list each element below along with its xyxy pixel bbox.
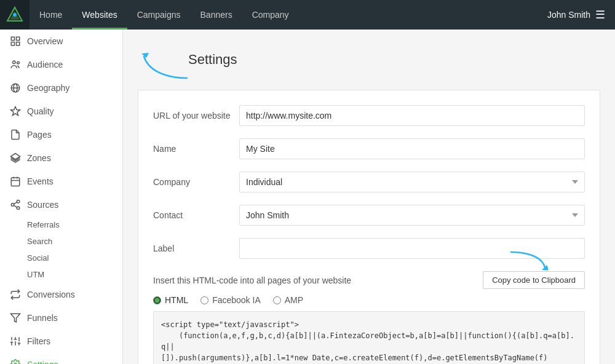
nav-company[interactable]: Company: [242, 0, 299, 30]
svg-rect-4: [17, 37, 20, 40]
sidebar-sub-social[interactable]: Social: [0, 250, 122, 266]
copy-arrow-decoration: [505, 249, 548, 272]
svg-point-19: [11, 204, 14, 207]
gear-icon: [10, 359, 21, 364]
svg-point-20: [17, 207, 20, 210]
sidebar-item-conversions[interactable]: Conversions: [0, 283, 122, 306]
sidebar-item-geography[interactable]: Geography: [0, 76, 122, 100]
url-label: URL of your website: [153, 111, 239, 121]
label-label: Label: [153, 243, 239, 253]
main-content: Settings URL of your website Name Compan…: [123, 30, 615, 364]
svg-point-8: [17, 61, 20, 64]
svg-point-18: [17, 200, 20, 204]
sidebar-item-settings[interactable]: Settings: [0, 353, 122, 364]
company-select[interactable]: Individual Company A: [239, 172, 585, 192]
sidebar-item-overview[interactable]: Overview: [0, 30, 122, 53]
company-row: Company Individual Company A: [153, 172, 585, 192]
back-arrow-decoration: [138, 50, 193, 81]
company-label: Company: [153, 177, 239, 187]
svg-rect-6: [17, 42, 20, 46]
company-control: Individual Company A: [239, 172, 585, 192]
sidebar-sub-search[interactable]: Search: [0, 233, 122, 250]
nav-campaigns[interactable]: Campaigns: [127, 0, 191, 30]
svg-rect-3: [11, 37, 14, 40]
html-code-section: Insert this HTML-code into all pages of …: [153, 271, 585, 364]
name-control: [239, 138, 585, 159]
people-icon: [10, 59, 21, 70]
grid-icon: [10, 36, 21, 47]
sidebar-item-audience[interactable]: Audience: [0, 53, 122, 76]
contact-select[interactable]: John Smith Jane Doe: [239, 205, 585, 226]
username: John Smith: [547, 10, 590, 20]
contact-label: Contact: [153, 210, 239, 220]
svg-point-7: [13, 61, 16, 64]
sidebar-item-filters[interactable]: Filters: [0, 330, 122, 353]
sidebar-item-funnels[interactable]: Funnels: [0, 306, 122, 330]
sidebar-item-events[interactable]: Events: [0, 170, 122, 193]
copy-btn-container: Copy code to Clipboard: [483, 271, 585, 289]
url-input[interactable]: [239, 105, 585, 126]
svg-line-21: [14, 205, 17, 207]
name-input[interactable]: [239, 138, 585, 159]
name-label: Name: [153, 144, 239, 154]
svg-rect-14: [11, 178, 20, 186]
share-icon: [10, 199, 21, 210]
contact-row: Contact John Smith Jane Doe: [153, 205, 585, 226]
filter-icon: [10, 312, 21, 323]
code-block: <script type="text/javascript"> (functio…: [153, 311, 585, 364]
copy-code-button[interactable]: Copy code to Clipboard: [483, 271, 585, 289]
user-menu[interactable]: John Smith ☰: [538, 8, 615, 22]
page-title: Settings: [188, 52, 237, 68]
radio-amp[interactable]: AMP: [273, 295, 303, 305]
convert-icon: [10, 289, 21, 300]
calendar-icon: [10, 176, 21, 187]
nav-items: Home Websites Campaigns Banners Company: [30, 0, 538, 30]
svg-marker-12: [11, 107, 20, 116]
svg-point-2: [13, 13, 17, 17]
star-icon: [10, 106, 21, 117]
layers-icon: [10, 152, 21, 164]
svg-marker-23: [11, 314, 20, 322]
sidebar-item-sources[interactable]: Sources: [0, 193, 122, 216]
name-row: Name: [153, 138, 585, 159]
contact-control: John Smith Jane Doe: [239, 205, 585, 226]
url-row: URL of your website: [153, 105, 585, 126]
nav-banners[interactable]: Banners: [191, 0, 242, 30]
format-radio-group: HTML Facebook IA AMP: [153, 295, 585, 305]
radio-html[interactable]: HTML: [153, 295, 188, 305]
sidebar-sub-utm[interactable]: UTM: [0, 266, 122, 283]
nav-home[interactable]: Home: [30, 0, 72, 30]
svg-line-22: [14, 202, 17, 204]
sidebar-item-zones[interactable]: Zones: [0, 146, 122, 170]
code-header: Insert this HTML-code into all pages of …: [153, 271, 585, 289]
sidebar-item-pages[interactable]: Pages: [0, 123, 122, 146]
sidebar: Overview Audience Geography Quality: [0, 30, 123, 364]
code-description: Insert this HTML-code into all pages of …: [153, 275, 351, 285]
logo[interactable]: [0, 0, 30, 30]
user-menu-icon: ☰: [595, 8, 605, 22]
globe-icon: [10, 82, 21, 93]
nav-websites[interactable]: Websites: [72, 0, 127, 30]
page-header: Settings: [138, 44, 600, 75]
sliders-icon: [10, 336, 21, 347]
url-control: [239, 105, 585, 126]
top-navigation: Home Websites Campaigns Banners Company …: [0, 0, 615, 30]
radio-facebook[interactable]: Facebook IA: [200, 295, 261, 305]
sidebar-sub-referrals[interactable]: Referrals: [0, 216, 122, 233]
svg-marker-34: [141, 53, 149, 58]
settings-card: URL of your website Name Company Individ…: [138, 90, 600, 364]
svg-rect-5: [11, 42, 14, 46]
file-icon: [10, 129, 21, 140]
sidebar-item-quality[interactable]: Quality: [0, 100, 122, 123]
